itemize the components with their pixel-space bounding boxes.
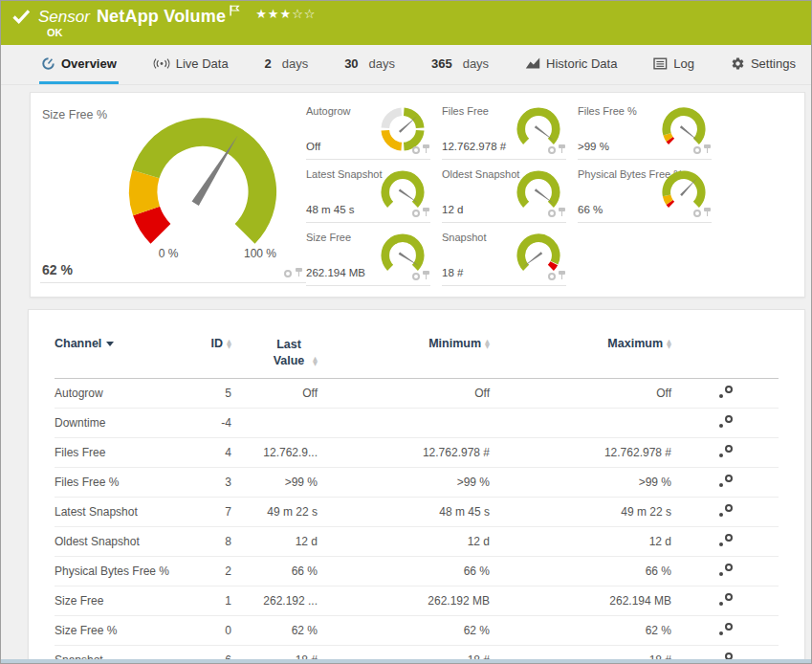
column-header-id[interactable]: ID▲▼ <box>198 337 231 350</box>
gear-icon[interactable] <box>284 270 292 277</box>
gauge-value: 18 # <box>442 267 463 278</box>
status-check-icon <box>12 10 31 24</box>
channel-id: 2 <box>198 564 231 578</box>
gear-icon[interactable] <box>548 146 556 154</box>
tab-label: Log <box>673 56 694 71</box>
gear-icon[interactable] <box>548 273 556 280</box>
channel-maximum: Off <box>490 387 671 400</box>
column-header-channel[interactable]: Channel <box>55 337 198 350</box>
channel-minimum: >99 % <box>318 476 490 489</box>
gauge-tile-snapshot[interactable]: Snapshot 18 # <box>442 223 566 286</box>
edit-channel-icon[interactable] <box>717 592 734 609</box>
column-header-minimum[interactable]: Minimum▲▼ <box>318 337 490 350</box>
table-row: Latest Snapshot 7 49 m 22 s 48 m 45 s 49… <box>55 498 779 527</box>
channel-minimum: 12.762.978 # <box>318 446 490 459</box>
tab-label: Settings <box>751 56 796 71</box>
edit-channel-icon[interactable] <box>717 385 734 401</box>
log-icon <box>653 57 668 70</box>
channel-id: 8 <box>198 535 231 548</box>
tab-label: Historic Data <box>546 56 617 71</box>
gauge-tile-oldest-snapshot[interactable]: Oldest Snapshot 12 d <box>442 160 566 223</box>
gauge-tile-autogrow[interactable]: Autogrow Off <box>306 97 430 160</box>
pin-icon[interactable] <box>559 208 565 217</box>
tab-live-data[interactable]: Live Data <box>151 45 230 84</box>
gauge-tile-size-free[interactable]: Size Free 262.194 MB <box>306 223 430 286</box>
priority-stars[interactable]: ★★★☆☆ <box>255 7 316 21</box>
tab-label: Overview <box>61 56 117 71</box>
table-header-row: Channel ID▲▼ Last Value▲▼ Minimum▲▼ Maxi… <box>55 337 779 379</box>
pin-icon[interactable] <box>296 268 302 277</box>
edit-channel-icon[interactable] <box>717 474 734 490</box>
prtg-sensor-page: Sensor NetApp Volume ★★★☆☆ OK Overview L… <box>0 0 812 664</box>
channel-name[interactable]: Autogrow <box>55 387 198 400</box>
gear-icon[interactable] <box>412 146 420 154</box>
channel-name[interactable]: Size Free % <box>55 624 198 637</box>
edit-channel-icon[interactable] <box>717 533 734 549</box>
pin-icon[interactable] <box>423 208 429 217</box>
edit-channel-icon[interactable] <box>717 414 734 431</box>
table-row: Size Free 1 262.192 ... 262.192 MB 262.1… <box>55 587 779 616</box>
window-bottom-border <box>1 659 811 663</box>
pin-icon[interactable] <box>559 271 565 280</box>
column-header-maximum[interactable]: Maximum▲▼ <box>490 337 671 350</box>
tab-2-days[interactable]: 2days <box>263 45 311 84</box>
gear-icon[interactable] <box>693 210 701 217</box>
pin-icon[interactable] <box>423 144 429 154</box>
channel-maximum: >99 % <box>490 476 671 489</box>
tab-historic-data[interactable]: Historic Data <box>523 45 619 84</box>
object-kind-label: Sensor <box>38 8 90 27</box>
channel-last-value: 12.762.9... <box>231 446 318 459</box>
channel-name[interactable]: Downtime <box>55 416 198 430</box>
gear-icon[interactable] <box>693 146 701 154</box>
tab-suffix: days <box>463 56 489 71</box>
pin-icon[interactable] <box>423 271 429 280</box>
column-header-last-value[interactable]: Last Value▲▼ <box>231 337 318 369</box>
gauge-value: 48 m 45 s <box>306 204 355 215</box>
tab-settings[interactable]: Settings <box>729 45 798 84</box>
channel-last-value: 262.192 ... <box>231 594 318 608</box>
tab-label: Live Data <box>176 56 229 71</box>
tab-30-days[interactable]: 30days <box>342 45 397 84</box>
channel-maximum: 12 d <box>490 535 671 548</box>
gauge-icon <box>41 56 55 71</box>
channel-name[interactable]: Oldest Snapshot <box>55 535 198 548</box>
gauge-tile-files-free-pct[interactable]: Files Free % >99 % <box>578 97 712 160</box>
channel-name[interactable]: Latest Snapshot <box>55 505 198 519</box>
pin-icon[interactable] <box>704 208 711 217</box>
pin-icon[interactable] <box>704 144 711 154</box>
gear-icon[interactable] <box>548 210 556 217</box>
main-gauge-canvas <box>121 110 285 267</box>
channel-name[interactable]: Physical Bytes Free % <box>55 564 198 578</box>
gauge-tile-physical-bytes-free-pct[interactable]: Physical Bytes Free % 66 % <box>578 160 712 223</box>
tab-suffix: days <box>282 56 308 71</box>
main-gauge-tile[interactable]: Size Free % 0 % 100 % 62 % <box>40 100 306 283</box>
channel-last-value: >99 % <box>231 476 318 489</box>
channel-minimum: 48 m 45 s <box>318 505 490 519</box>
channel-maximum: 62 % <box>490 624 671 637</box>
channel-last-value: Off <box>231 387 318 400</box>
tab-overview[interactable]: Overview <box>39 45 119 84</box>
channel-minimum: 12 d <box>318 535 490 548</box>
pin-icon[interactable] <box>559 144 565 154</box>
tab-365-days[interactable]: 365days <box>429 45 491 84</box>
edit-channel-icon[interactable] <box>717 622 734 638</box>
channel-name[interactable]: Size Free <box>55 594 198 608</box>
stars-filled: ★★★ <box>255 7 292 21</box>
gauge-value: 66 % <box>578 204 603 215</box>
edit-channel-icon[interactable] <box>717 503 734 520</box>
channel-name[interactable]: Files Free % <box>55 476 198 489</box>
gauge-tile-latest-snapshot[interactable]: Latest Snapshot 48 m 45 s <box>306 160 430 223</box>
edit-channel-icon[interactable] <box>717 563 734 579</box>
channel-name[interactable]: Files Free <box>55 446 198 459</box>
gauges-panel: Size Free % 0 % 100 % 62 % Autogrow Off … <box>30 92 805 298</box>
gear-icon[interactable] <box>412 273 420 280</box>
sort-icon: ▲▼ <box>667 340 671 349</box>
gauge-tile-files-free[interactable]: Files Free 12.762.978 # <box>442 97 566 160</box>
live-signal-icon <box>153 56 170 71</box>
table-row: Physical Bytes Free % 2 66 % 66 % 66 % <box>55 557 779 587</box>
tab-log[interactable]: Log <box>651 45 696 84</box>
gear-icon[interactable] <box>412 210 420 217</box>
edit-channel-icon[interactable] <box>717 444 734 460</box>
flag-icon[interactable] <box>230 4 240 21</box>
status-badge: OK <box>47 27 63 38</box>
